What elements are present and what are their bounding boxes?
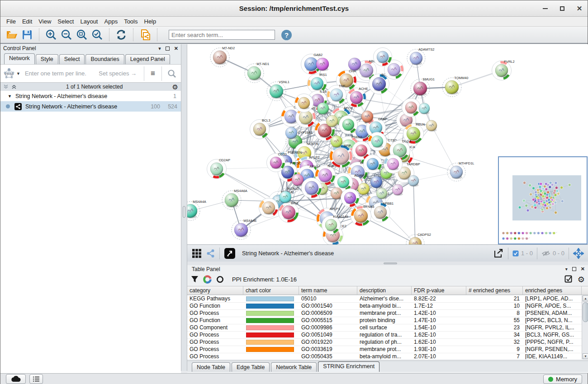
table-row[interactable]: GO ProcessGO:0051049regulation of tra...…: [187, 332, 582, 339]
tab-network[interactable]: Network: [4, 53, 35, 64]
table-row[interactable]: GO ProcessGO:0033619membrane prot...1.93…: [187, 346, 582, 353]
network-collection-row[interactable]: ▼ String Network - Alzheimer's disease 1: [0, 91, 181, 101]
network-node[interactable]: [302, 178, 322, 198]
panel-menu-icon[interactable]: ▾: [158, 46, 161, 52]
open-external-icon[interactable]: [224, 248, 236, 259]
menu-tools[interactable]: Tools: [121, 17, 141, 27]
network-node[interactable]: [331, 136, 342, 148]
network-node[interactable]: [364, 155, 382, 173]
network-node[interactable]: [402, 98, 421, 117]
scroll-thumb[interactable]: [583, 302, 588, 322]
panel-splitter[interactable]: [181, 44, 187, 371]
menu-apps[interactable]: Apps: [101, 17, 121, 27]
collapse-all-icon[interactable]: [3, 84, 9, 89]
column-header-FDR-p-value[interactable]: FDR p-value: [412, 286, 466, 295]
table-row[interactable]: GO FunctionGO:0001540beta-amyloid bi...1…: [187, 303, 582, 310]
network-from-selection-button[interactable]: [138, 28, 152, 42]
grid-view-icon[interactable]: [192, 248, 202, 258]
float-panel-icon[interactable]: [166, 47, 170, 51]
enrichment-settings-gear-icon[interactable]: ⚙: [578, 276, 585, 284]
network-row[interactable]: String Network - Alzheimer's disease 100…: [0, 101, 181, 112]
network-node[interactable]: [358, 183, 370, 195]
zoom-fit-button[interactable]: [75, 28, 89, 42]
network-node[interactable]: [392, 184, 403, 196]
network-node[interactable]: [368, 132, 387, 151]
menu-select[interactable]: Select: [54, 17, 77, 27]
network-node[interactable]: MT-ND1: [245, 62, 269, 83]
menu-file[interactable]: File: [3, 17, 19, 27]
network-node[interactable]: CADPS2: [406, 233, 431, 244]
share-view-icon[interactable]: [206, 249, 215, 258]
network-canvas[interactable]: MT-ND2MT-ND1VSNL1GAB2IRS1CHATABCA7BCHEAC…: [187, 44, 588, 244]
network-node[interactable]: [348, 58, 361, 71]
save-session-button[interactable]: [20, 28, 34, 42]
network-node[interactable]: [374, 48, 392, 66]
tab-legend-panel[interactable]: Legend Panel: [125, 54, 170, 64]
table-row[interactable]: GO ProcessGO:0019220regulation of ph...1…: [187, 339, 582, 346]
network-node[interactable]: CD2AP: [207, 158, 230, 179]
network-node[interactable]: [295, 94, 313, 112]
refresh-button[interactable]: [114, 28, 128, 42]
network-node[interactable]: [376, 188, 387, 199]
network-node[interactable]: [259, 198, 279, 218]
tab-node-table[interactable]: Node Table: [192, 362, 230, 372]
column-header-chart-color[interactable]: chart color: [243, 286, 299, 295]
expand-all-icon[interactable]: [11, 84, 17, 89]
maximize-button[interactable]: [559, 5, 566, 12]
column-header-description[interactable]: description: [357, 286, 412, 295]
menu-help[interactable]: Help: [141, 17, 160, 27]
splitter-handle[interactable]: [183, 206, 185, 218]
network-node[interactable]: [341, 189, 360, 207]
string-options-button[interactable]: ≡: [147, 69, 159, 78]
tree-expand-icon[interactable]: ▼: [8, 94, 12, 98]
table-row[interactable]: KEGG Pathways05010Alzheimer's dise...8.8…: [187, 295, 582, 303]
network-node[interactable]: [317, 103, 329, 115]
table-splitter-handle[interactable]: [384, 262, 397, 264]
table-row[interactable]: GO ProcessGO:0050435beta-amyloid m...2.0…: [187, 353, 582, 359]
network-node[interactable]: [370, 176, 382, 188]
network-node[interactable]: EFNA5: [351, 205, 375, 226]
network-node[interactable]: ADAMTS2: [407, 47, 434, 67]
birds-eye-view[interactable]: [498, 156, 588, 244]
network-node[interactable]: MS4A4E: [232, 219, 257, 239]
column-header-enriched-genes[interactable]: enriched genes: [523, 286, 582, 295]
memory-button[interactable]: Memory: [543, 375, 582, 384]
filter-icon[interactable]: [191, 276, 199, 283]
network-node[interactable]: VSNL1: [267, 80, 289, 101]
task-history-button[interactable]: [29, 374, 43, 384]
scroll-down-arrow[interactable]: ▼: [583, 353, 588, 359]
network-node[interactable]: TOMM40: [442, 76, 468, 97]
network-node[interactable]: BCL3: [250, 118, 270, 139]
cloud-tasks-button[interactable]: [6, 374, 26, 384]
column-header-term-name[interactable]: term name: [299, 286, 357, 295]
scroll-up-arrow[interactable]: ▲: [583, 295, 588, 301]
search-input[interactable]: [169, 30, 275, 40]
tab-select[interactable]: Select: [59, 54, 85, 64]
network-node[interactable]: [339, 116, 358, 134]
network-node[interactable]: MS4A4A: [187, 200, 206, 220]
network-node[interactable]: TNF: [327, 84, 346, 105]
table-scrollbar[interactable]: ▲ ▼: [582, 295, 588, 359]
network-panel-gear-icon[interactable]: ⚙: [172, 84, 178, 90]
network-node[interactable]: [316, 58, 329, 71]
string-query-input[interactable]: Enter one term per line.: [25, 70, 99, 77]
network-node[interactable]: PVRL2: [492, 60, 515, 80]
string-logo-icon[interactable]: STRING: [2, 67, 16, 80]
close-button[interactable]: ✕: [576, 5, 583, 12]
menu-edit[interactable]: Edit: [19, 17, 35, 27]
column-header-enriched-genes[interactable]: # enriched genes: [466, 286, 523, 295]
table-float-icon[interactable]: [572, 267, 576, 271]
table-row[interactable]: GO FunctionGO:0005515protein binding1.47…: [187, 317, 582, 324]
network-node[interactable]: [419, 103, 430, 114]
tab-edge-table[interactable]: Edge Table: [232, 362, 270, 372]
zoom-selected-button[interactable]: [90, 28, 104, 42]
table-row[interactable]: GO ComponentGO:0009986cell surface1.54E-…: [187, 324, 582, 332]
network-node[interactable]: [326, 115, 338, 127]
zoom-in-button[interactable]: [44, 28, 58, 42]
tab-string-enrichment[interactable]: STRING Enrichment: [318, 361, 379, 372]
tab-style[interactable]: Style: [36, 54, 58, 64]
export-network-icon[interactable]: [493, 248, 504, 259]
table-close-icon[interactable]: ✕: [581, 266, 585, 272]
help-button[interactable]: ?: [281, 30, 292, 40]
network-node[interactable]: [426, 120, 437, 131]
